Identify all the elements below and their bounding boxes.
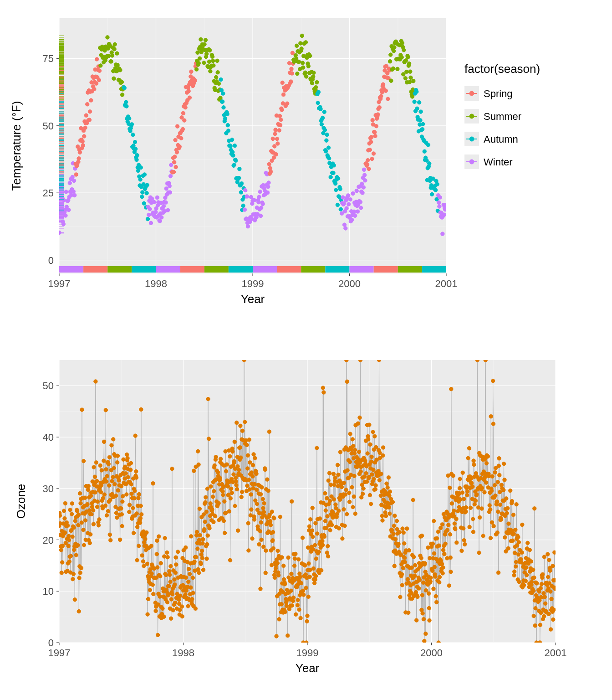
- svg-point-2565: [416, 595, 419, 598]
- svg-point-2474: [385, 482, 388, 485]
- svg-point-2348: [342, 508, 346, 511]
- svg-point-2610: [431, 542, 434, 546]
- svg-point-219: [164, 187, 168, 190]
- svg-point-2585: [423, 639, 426, 643]
- svg-point-2822: [503, 535, 507, 539]
- svg-point-1551: [71, 577, 75, 581]
- svg-point-1924: [198, 507, 201, 510]
- svg-point-2382: [353, 512, 357, 515]
- svg-point-2780: [489, 536, 492, 540]
- svg-point-49: [74, 173, 78, 176]
- svg-point-1594: [86, 502, 89, 506]
- svg-point-494: [310, 81, 314, 85]
- svg-point-2330: [336, 463, 339, 467]
- svg-point-1942: [204, 495, 208, 499]
- svg-point-1834: [167, 584, 171, 588]
- svg-point-160: [133, 140, 137, 144]
- svg-point-615: [374, 124, 378, 128]
- svg-point-2838: [509, 489, 512, 492]
- svg-point-2161: [278, 515, 282, 519]
- svg-point-703: [421, 122, 425, 126]
- svg-point-1751: [139, 504, 143, 508]
- top-x-tick-label: 2001: [435, 278, 458, 289]
- svg-point-2939: [543, 595, 546, 599]
- svg-point-1529: [63, 501, 67, 505]
- svg-point-664: [400, 41, 404, 45]
- svg-point-87: [94, 82, 98, 85]
- svg-point-2390: [356, 422, 360, 425]
- svg-point-166: [136, 169, 140, 172]
- svg-point-2141: [271, 546, 275, 550]
- svg-point-2746: [477, 551, 481, 555]
- svg-point-132: [118, 68, 122, 72]
- svg-point-2956: [549, 590, 552, 593]
- svg-point-234: [172, 160, 176, 164]
- svg-point-2308: [328, 528, 332, 532]
- svg-point-95: [99, 64, 102, 67]
- svg-point-1912: [194, 607, 197, 610]
- svg-point-218: [164, 201, 168, 204]
- svg-point-1541: [67, 560, 71, 563]
- svg-point-1647: [103, 504, 107, 507]
- svg-point-672: [404, 70, 408, 73]
- svg-point-2949: [546, 575, 550, 579]
- svg-point-1643: [102, 440, 106, 443]
- svg-point-670: [403, 77, 407, 80]
- svg-point-420: [271, 137, 275, 140]
- svg-point-2364: [347, 491, 351, 494]
- svg-point-1606: [90, 512, 93, 516]
- svg-point-228: [169, 163, 173, 167]
- season-band: [422, 266, 446, 273]
- svg-point-2086: [253, 482, 256, 486]
- svg-point-226: [168, 190, 172, 194]
- svg-point-1683: [116, 454, 119, 458]
- svg-point-2351: [343, 524, 347, 527]
- svg-point-2909: [533, 507, 536, 510]
- svg-point-2534: [405, 527, 409, 530]
- svg-point-2704: [463, 542, 466, 546]
- svg-point-1652: [105, 474, 109, 478]
- svg-point-1931: [200, 549, 204, 552]
- svg-point-2901: [530, 580, 534, 584]
- svg-point-1953: [208, 526, 211, 530]
- svg-point-1622: [95, 479, 99, 483]
- svg-point-1568: [76, 513, 80, 516]
- svg-point-2282: [319, 568, 323, 572]
- svg-point-2916: [535, 582, 539, 585]
- svg-point-2670: [451, 474, 455, 478]
- svg-point-1980: [217, 501, 220, 505]
- svg-point-2087: [253, 456, 257, 460]
- svg-point-278: [196, 51, 199, 54]
- svg-point-666: [401, 72, 405, 76]
- svg-point-2777: [488, 504, 491, 507]
- svg-point-1620: [94, 461, 98, 464]
- top-x-tick-label: 1998: [145, 278, 167, 289]
- svg-point-1899: [189, 535, 193, 538]
- svg-point-2374: [351, 438, 354, 441]
- svg-point-663: [400, 56, 403, 59]
- svg-point-1709: [125, 493, 128, 496]
- svg-point-1840: [169, 617, 173, 620]
- svg-point-371: [245, 195, 249, 198]
- svg-point-1545: [69, 554, 72, 558]
- svg-point-2158: [277, 618, 281, 621]
- svg-point-735: [438, 196, 442, 199]
- svg-point-2578: [420, 534, 423, 537]
- svg-point-54: [77, 157, 81, 160]
- svg-point-2093: [255, 502, 259, 506]
- svg-point-699: [419, 110, 423, 113]
- svg-point-1721: [129, 468, 133, 472]
- svg-point-1965: [212, 520, 215, 524]
- svg-point-610: [372, 152, 375, 155]
- svg-point-227: [168, 174, 172, 178]
- svg-point-2132: [268, 519, 272, 523]
- svg-point-2110: [261, 497, 265, 501]
- top-x-axis-title: Year: [241, 292, 265, 306]
- svg-point-2851: [513, 551, 516, 555]
- svg-point-2772: [486, 454, 490, 458]
- svg-point-1944: [204, 510, 208, 514]
- svg-point-2599: [427, 606, 431, 610]
- svg-point-601: [367, 167, 371, 170]
- svg-point-1921: [197, 463, 200, 466]
- svg-point-233: [172, 170, 175, 174]
